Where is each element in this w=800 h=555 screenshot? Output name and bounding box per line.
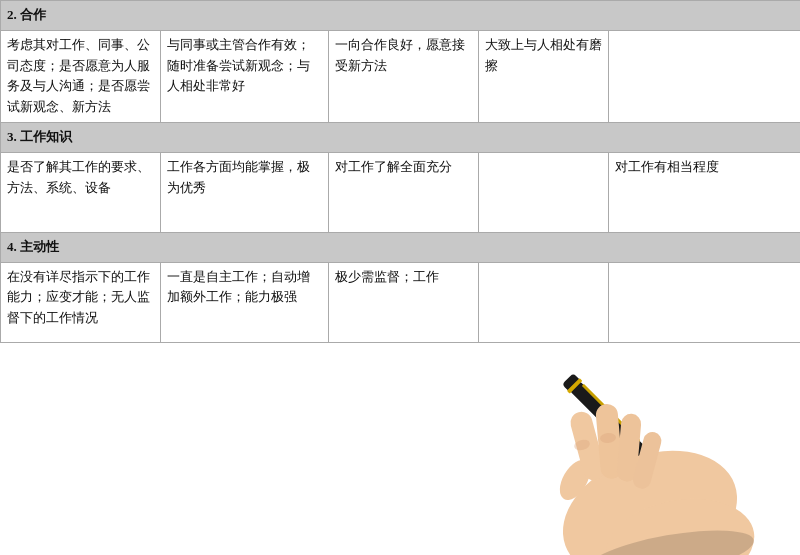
svg-point-8 xyxy=(554,455,597,505)
svg-rect-3 xyxy=(570,381,651,462)
section-2-col2: 一向合作良好，愿意接受新方法 xyxy=(329,30,479,122)
svg-point-16 xyxy=(583,521,757,555)
svg-marker-0 xyxy=(670,481,691,502)
svg-point-14 xyxy=(600,432,617,443)
section-2-col4 xyxy=(609,30,801,122)
section-3-criteria: 是否了解其工作的要求、方法、系统、设备 xyxy=(1,152,161,232)
svg-rect-11 xyxy=(616,413,642,482)
section-3-col3 xyxy=(479,152,609,232)
section-4-title: 4. 主动性 xyxy=(1,232,801,262)
evaluation-table: 2. 合作 考虑其对工作、同事、公司态度；是否愿意为人服务及与人沟通；是否愿尝试… xyxy=(0,0,800,343)
section-2-col1: 与同事或主管合作有效；随时准备尝试新观念；与人相处非常好 xyxy=(161,30,329,122)
svg-rect-2 xyxy=(638,449,654,465)
section-3-title: 3. 工作知识 xyxy=(1,122,801,152)
section-3-content: 是否了解其工作的要求、方法、系统、设备 工作各方面均能掌握，极为优秀 对工作了解… xyxy=(1,152,801,232)
section-4-col1: 一直是自主工作；自动增加额外工作；能力极强 xyxy=(161,262,329,342)
section-4-criteria: 在没有详尽指示下的工作能力；应变才能；无人监督下的工作情况 xyxy=(1,262,161,342)
section-4-col4 xyxy=(609,262,801,342)
section-4-content: 在没有详尽指示下的工作能力；应变才能；无人监督下的工作情况 一直是自主工作；自动… xyxy=(1,262,801,342)
svg-point-15 xyxy=(598,488,761,555)
section-2-header: 2. 合作 xyxy=(1,1,801,31)
section-3-col4: 对工作有相当程度 xyxy=(609,152,801,232)
svg-rect-10 xyxy=(595,403,623,480)
svg-rect-12 xyxy=(631,430,663,491)
svg-point-7 xyxy=(545,428,755,555)
section-4-col3 xyxy=(479,262,609,342)
section-4-col2: 极少需监督；工作 xyxy=(329,262,479,342)
svg-rect-5 xyxy=(562,373,582,393)
section-4-header: 4. 主动性 xyxy=(1,232,801,262)
svg-rect-9 xyxy=(568,409,607,482)
section-2-title: 2. 合作 xyxy=(1,1,801,31)
section-3-col1: 工作各方面均能掌握，极为优秀 xyxy=(161,152,329,232)
section-2-col3: 大致上与人相处有磨擦 xyxy=(479,30,609,122)
svg-rect-1 xyxy=(640,452,680,492)
svg-point-13 xyxy=(573,438,591,452)
section-3-header: 3. 工作知识 xyxy=(1,122,801,152)
section-3-col2: 对工作了解全面充分 xyxy=(329,152,479,232)
section-2-criteria: 考虑其对工作、同事、公司态度；是否愿意为人服务及与人沟通；是否愿尝试新观念、新方… xyxy=(1,30,161,122)
section-2-content: 考虑其对工作、同事、公司态度；是否愿意为人服务及与人沟通；是否愿尝试新观念、新方… xyxy=(1,30,801,122)
svg-rect-4 xyxy=(582,384,641,443)
svg-rect-6 xyxy=(567,378,583,394)
